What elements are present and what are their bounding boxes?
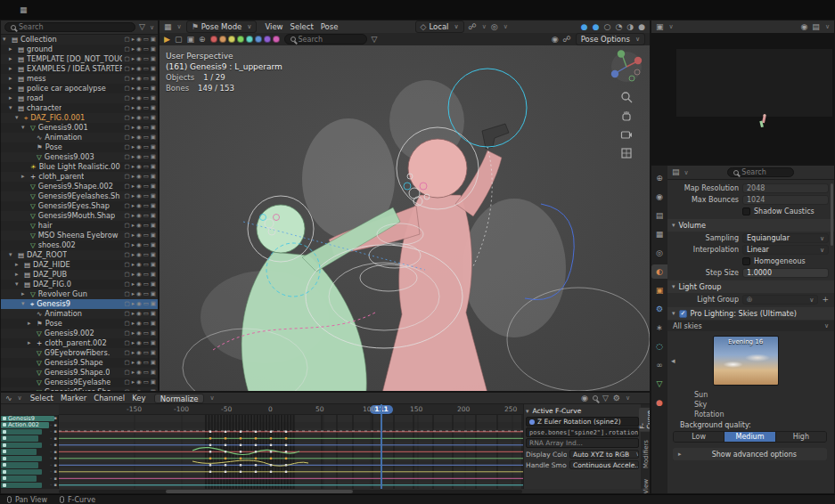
hide-eye-icon[interactable]: ◉ [136,368,142,378]
checkbox-icon[interactable]: ▢ [125,74,130,84]
disable-render-icon[interactable]: ▣ [151,74,156,84]
active-fcurve-panel-header[interactable]: ▾Active F-Curve [526,406,639,416]
editor-type-dropdown-icon[interactable]: ∨ [18,394,22,402]
channel-enable-icon[interactable] [3,423,6,427]
editor-type-dropdown-icon[interactable]: ∨ [669,23,674,30]
disable-viewport-icon[interactable]: ▭ [143,309,149,319]
lock-icon[interactable]: ▪ [54,436,57,441]
graph-tab-view[interactable]: View [643,476,650,494]
outliner-row[interactable]: ▾▤DAZ_ROOT▢▸◉▭▣ [1,250,158,260]
filter-icon[interactable]: ▽ [372,36,378,44]
outliner-row[interactable]: ▾⌖DAZ_FIG.0.001▢▸◉▭▣ [1,113,158,123]
selectable-icon[interactable]: ▸ [132,45,135,54]
expand-arrow-icon[interactable]: ▸ [28,338,34,348]
filter-icon[interactable]: ▽ [602,394,609,402]
outliner-row[interactable]: ▾▤DAZ_FIG.0▢▸◉▭▣ [1,280,158,289]
outliner-row[interactable]: ▸+cloth_parent.002▢▸◉▭▣ [1,338,158,348]
outliner-row[interactable]: ▾▽Genesis9.001▢▸◉▭▣ [1,123,158,133]
playhead[interactable] [381,404,382,489]
hide-eye-icon[interactable]: ◉ [136,358,142,368]
light-group-section-header[interactable]: ▾Light Group [667,280,834,293]
sky-thumbnail[interactable]: Evening 16 [713,336,779,386]
channel-row[interactable]: Genesis9◦▪ [1,415,58,422]
mute-icon[interactable]: ◦ [50,443,53,447]
disable-render-icon[interactable]: ▣ [151,309,156,319]
outliner-row[interactable]: ▽MSO Sheena Eyebrow▢▸◉▭▣ [1,231,158,240]
outliner-row[interactable]: ▽Genesis9.003▢▸◉▭▣ [1,152,158,162]
hide-eye-icon[interactable]: ◉ [136,309,142,319]
hide-eye-icon[interactable]: ◉ [136,231,142,240]
annotate-toggle-icon[interactable]: ● [581,23,588,31]
shadow-caustics-checkbox[interactable] [742,207,750,215]
selectable-icon[interactable]: ▸ [132,93,135,103]
disable-render-icon[interactable]: ▣ [151,260,156,270]
hide-eye-icon[interactable]: ◉ [136,123,142,133]
disable-render-icon[interactable]: ▣ [151,368,156,378]
orientation-gizmo[interactable] [609,49,644,85]
overlays-icon[interactable]: ◉ [552,36,559,44]
checkbox-icon[interactable]: ▢ [125,201,130,211]
outliner-row[interactable]: ▸▽Revolver Gun▢▸◉▭▣ [1,289,158,299]
hide-eye-icon[interactable]: ◉ [136,152,142,162]
checkbox-icon[interactable]: ▢ [125,64,130,74]
outliner-row[interactable]: ▽Genesis9Eyelashes.Sh▢▸◉▭▣ [1,191,158,201]
checkbox-icon[interactable]: ▢ [125,319,130,329]
menu-select[interactable]: Select [287,22,317,31]
channel-name-field[interactable]: Z Euler Rotation (spine2) [526,417,639,427]
channel-enable-icon[interactable] [3,443,6,447]
checkbox-icon[interactable]: ▢ [125,280,130,289]
selectable-icon[interactable]: ▸ [132,358,135,368]
checkbox-icon[interactable]: ▢ [125,54,130,64]
expand-arrow-icon[interactable]: ▸ [15,260,21,270]
quality-medium-button[interactable]: Medium [724,432,775,442]
material-tab[interactable]: ● [651,395,667,410]
expand-arrow-icon[interactable]: ▾ [21,123,28,133]
hide-eye-icon[interactable]: ◉ [136,348,142,358]
hide-eye-icon[interactable]: ◉ [136,289,142,299]
hide-eye-icon[interactable]: ◉ [136,240,142,250]
expand-arrow-icon[interactable]: ▾ [9,250,15,260]
checkbox-icon[interactable]: ▢ [125,329,130,338]
disable-render-icon[interactable]: ▣ [151,113,156,123]
display-color-dropdown[interactable]: Auto XYZ to RGB∨ [569,450,639,459]
selectable-icon[interactable]: ▸ [132,250,135,260]
hide-eye-icon[interactable]: ◉ [136,93,142,103]
hide-eye-icon[interactable]: ◉ [136,64,142,74]
hide-eye-icon[interactable]: ◉ [136,329,142,338]
disable-viewport-icon[interactable]: ▭ [143,338,149,348]
disable-render-icon[interactable]: ▣ [151,299,156,309]
disable-render-icon[interactable]: ▣ [151,142,156,152]
disable-viewport-icon[interactable]: ▭ [143,240,149,250]
outliner-row[interactable]: ▸⚑Pose▢▸◉▭▣ [1,319,158,329]
checkbox-icon[interactable]: ▢ [125,368,130,378]
disable-viewport-icon[interactable]: ▭ [143,162,149,172]
app-menu-icon[interactable]: ▦ [20,6,28,14]
channel-row[interactable]: ◦▪ [1,462,58,469]
disable-viewport-icon[interactable]: ▭ [143,358,149,368]
outliner-row[interactable]: ⚑Pose▢▸◉▭▣ [1,142,158,152]
disable-viewport-icon[interactable]: ▭ [143,113,149,123]
channel-enable-icon[interactable] [3,450,6,453]
show-advanced-options[interactable]: ▸Show advanced options [673,448,827,460]
disable-viewport-icon[interactable]: ▭ [143,231,149,240]
mute-icon[interactable]: ◦ [50,456,53,460]
rotation-row[interactable]: Rotation [671,410,829,419]
bone-color-swatch-1[interactable] [219,36,226,43]
disable-render-icon[interactable]: ▣ [151,93,156,103]
graph-tab-f-curve[interactable]: F-Curve [639,408,651,432]
expand-arrow-icon[interactable]: ▸ [15,270,21,280]
lock-icon[interactable]: ▪ [54,469,57,474]
disable-viewport-icon[interactable]: ▭ [143,348,149,358]
handle-smoothing-dropdown[interactable]: Continuous Accele...∨ [569,460,639,469]
outliner-row[interactable]: ▸▤DAZ_PUB▢▸◉▭▣ [1,270,158,280]
normalize-dropdown-icon[interactable]: ∨ [209,394,214,402]
selectable-icon[interactable]: ▸ [132,338,135,348]
scene-tab[interactable]: ◎ [651,246,667,260]
hide-eye-icon[interactable]: ◉ [136,162,142,172]
disable-render-icon[interactable]: ▣ [151,64,156,74]
expand-arrow-icon[interactable]: ▾ [15,113,21,123]
checkbox-icon[interactable]: ▢ [125,133,130,142]
editor-type-dropdown-icon[interactable]: ∨ [177,23,182,30]
outliner-row[interactable]: ▸▤police car apocalypse▢▸◉▭▣ [1,84,158,93]
bone-color-swatch-7[interactable] [273,36,280,43]
